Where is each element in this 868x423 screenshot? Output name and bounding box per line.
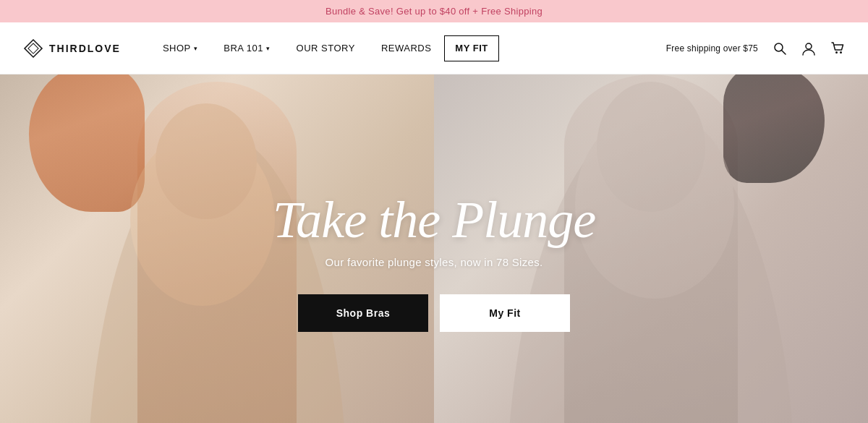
free-shipping-text: Free shipping over $75 (666, 43, 758, 54)
my-fit-button[interactable]: My Fit (440, 294, 570, 332)
nav-item-shop[interactable]: SHOP ▾ (150, 22, 210, 74)
svg-rect-1 (28, 43, 38, 54)
nav-item-myfit[interactable]: MY FIT (444, 35, 498, 61)
nav-item-bra101[interactable]: BRA 101 ▾ (210, 22, 283, 74)
logo-text: THIRDLOVE (49, 43, 121, 54)
announcement-link[interactable]: Bundle & Save! Get up to $40 off + Free … (326, 6, 542, 17)
cart-icon[interactable] (830, 41, 845, 56)
hero-title: Take the Plunge (273, 194, 595, 246)
shop-bras-button[interactable]: Shop Bras (298, 294, 428, 332)
svg-rect-0 (25, 40, 42, 57)
logo-link[interactable]: THIRDLOVE (23, 38, 121, 59)
hero-section: Take the Plunge Our favorite plunge styl… (0, 74, 868, 423)
svg-point-4 (806, 43, 812, 49)
chevron-down-icon: ▾ (266, 45, 271, 52)
hero-buttons: Shop Bras My Fit (298, 294, 570, 332)
svg-point-6 (840, 51, 842, 54)
nav-item-rewards[interactable]: REWARDS (368, 22, 444, 74)
hero-content: Take the Plunge Our favorite plunge styl… (0, 74, 868, 423)
svg-point-5 (835, 51, 838, 54)
announcement-bar: Bundle & Save! Get up to $40 off + Free … (0, 0, 868, 22)
nav-right: Free shipping over $75 (666, 41, 845, 56)
account-icon[interactable] (801, 41, 816, 56)
nav-item-our-story[interactable]: OUR STORY (284, 22, 368, 74)
hero-subtitle: Our favorite plunge styles, now in 78 Si… (326, 256, 543, 268)
svg-line-3 (782, 50, 786, 54)
search-icon[interactable] (773, 41, 787, 56)
chevron-down-icon: ▾ (194, 45, 198, 52)
logo-icon (23, 38, 43, 59)
navbar: THIRDLOVE SHOP ▾ BRA 101 ▾ OUR STORY REW… (0, 22, 868, 74)
nav-links: SHOP ▾ BRA 101 ▾ OUR STORY REWARDS MY FI… (150, 22, 666, 74)
